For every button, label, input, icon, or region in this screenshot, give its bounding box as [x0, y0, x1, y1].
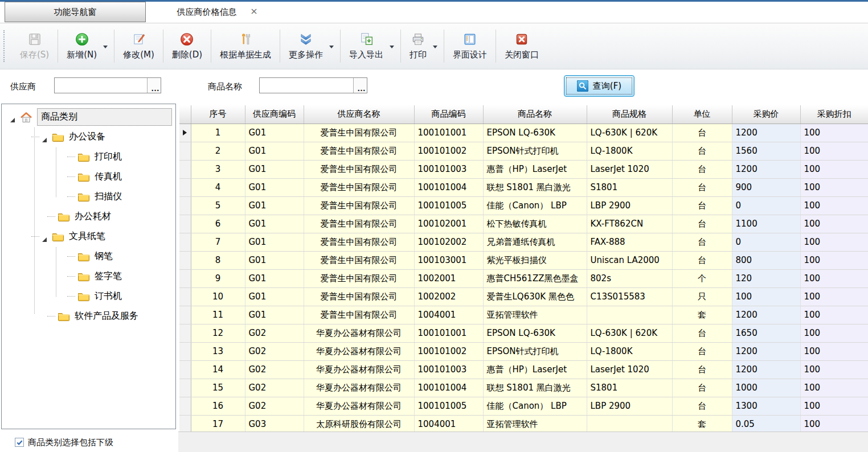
table-cell[interactable]: 100 [800, 196, 868, 215]
table-cell[interactable]: 1200 [732, 160, 800, 178]
table-cell[interactable]: 16 [191, 397, 245, 415]
tab-close-icon[interactable]: × [249, 6, 259, 17]
table-cell[interactable]: KX-FT862CN [587, 215, 672, 233]
table-cell[interactable]: 100 [800, 269, 868, 287]
table-cell[interactable]: 台 [672, 233, 732, 251]
table-cell[interactable]: 爱普生中国有限公司 [304, 160, 414, 178]
table-row[interactable]: 5G01爱普生中国有限公司100101005佳能（Canon） LBPLBP 2… [179, 196, 868, 215]
table-cell[interactable]: 100 [800, 124, 868, 142]
table-cell[interactable]: 1200 [732, 360, 800, 379]
tree-node-item[interactable]: 办公耗材 [2, 207, 175, 227]
table-cell[interactable]: LBP 2900 [587, 397, 672, 415]
table-cell[interactable]: G02 [245, 379, 304, 397]
table-cell[interactable]: 惠普（HP）LaserJet [483, 360, 587, 379]
table-cell[interactable]: G01 [245, 269, 304, 287]
toolbar-button-more-actions[interactable]: 更多操作 [280, 25, 340, 67]
tab-function-nav[interactable]: 功能导航窗 [5, 2, 146, 22]
table-cell[interactable]: 台 [672, 397, 732, 415]
table-cell[interactable]: G01 [245, 233, 304, 251]
expand-arrow-icon[interactable] [10, 114, 15, 120]
table-cell[interactable]: 联想 S1801 黑白激光 [483, 379, 587, 397]
table-cell[interactable]: 1004001 [414, 415, 483, 432]
table-cell[interactable]: 100 [800, 360, 868, 379]
table-cell[interactable]: 1650 [732, 324, 800, 342]
row-selector-cell[interactable] [179, 160, 191, 178]
table-cell[interactable]: 套 [672, 415, 732, 432]
table-row[interactable]: 8G01爱普生中国有限公司100103001紫光平板扫描仪Uniscan LA2… [179, 251, 868, 269]
table-cell[interactable]: 100 [800, 178, 868, 196]
tree-node-item[interactable]: 软件产品及服务 [2, 306, 175, 326]
table-cell[interactable]: G02 [245, 360, 304, 379]
table-cell[interactable]: 100102001 [414, 215, 483, 233]
tree-node-item[interactable]: 文具纸笔 [2, 227, 175, 246]
table-cell[interactable]: 台 [672, 251, 732, 269]
tree-node-item[interactable]: 办公设备 [2, 127, 175, 147]
table-cell[interactable]: 爱普生中国有限公司 [304, 196, 414, 215]
supplier-lookup-button[interactable]: … [147, 78, 161, 93]
table-cell[interactable]: 爱普生中国有限公司 [304, 178, 414, 196]
table-cell[interactable]: 5 [191, 196, 245, 215]
table-cell[interactable]: 亚拓管理软件 [483, 306, 587, 324]
tab-supplier-price[interactable]: 供应商价格信息 × [146, 2, 267, 22]
include-sub-checkbox[interactable] [15, 438, 24, 447]
table-cell[interactable]: 套 [672, 306, 732, 324]
table-cell[interactable]: 13 [191, 342, 245, 360]
dropdown-arrow-icon[interactable] [103, 46, 108, 48]
column-header[interactable]: 商品规格 [587, 105, 672, 124]
table-cell[interactable]: 100101004 [414, 178, 483, 196]
table-cell[interactable]: 100101005 [414, 397, 483, 415]
table-row[interactable]: 4G01爱普生中国有限公司100101004联想 S1801 黑白激光S1801… [179, 178, 868, 196]
table-cell[interactable]: 100 [800, 251, 868, 269]
toolbar-button-generate-from-doc[interactable]: 根据单据生成 [211, 25, 280, 67]
table-cell[interactable]: 100 [800, 415, 868, 432]
tree-node-item[interactable]: 传真机 [2, 167, 175, 187]
column-header[interactable]: 单位 [672, 105, 732, 124]
toolbar-button-edit[interactable]: 修改(M) [114, 25, 163, 67]
table-cell[interactable]: 100 [800, 397, 868, 415]
table-cell[interactable]: 100 [800, 233, 868, 251]
table-cell[interactable]: 11 [191, 306, 245, 324]
table-row[interactable]: 7G01爱普生中国有限公司100102002兄弟普通纸传真机FAX-888台01… [179, 233, 868, 251]
row-selector-cell[interactable] [179, 379, 191, 397]
table-cell[interactable]: 台 [672, 215, 732, 233]
table-cell[interactable]: 佳能（Canon） LBP [483, 397, 587, 415]
table-row[interactable]: 2G01爱普生中国有限公司100101002EPSON针式打印机LQ-1800K… [179, 142, 868, 160]
product-lookup-button[interactable]: … [353, 78, 367, 93]
table-cell[interactable]: S1801 [587, 379, 672, 397]
table-cell[interactable]: 1002001 [414, 269, 483, 287]
table-cell[interactable]: G01 [245, 215, 304, 233]
row-selector-cell[interactable] [179, 178, 191, 196]
row-selector-cell[interactable] [179, 142, 191, 160]
table-cell[interactable]: 华夏办公器材有限公司 [304, 379, 414, 397]
table-cell[interactable]: 爱普生LQ630K 黑色色 [483, 287, 587, 306]
table-cell[interactable]: LaserJet 1020 [587, 160, 672, 178]
table-cell[interactable]: 亚拓管理软件 [483, 415, 587, 432]
table-cell[interactable]: 17 [191, 415, 245, 432]
table-cell[interactable]: 爱普生中国有限公司 [304, 287, 414, 306]
table-cell[interactable]: G01 [245, 160, 304, 178]
table-cell[interactable]: 1200 [732, 306, 800, 324]
table-cell[interactable]: 6 [191, 215, 245, 233]
table-cell[interactable]: 爱普生中国有限公司 [304, 306, 414, 324]
toolbar-button-delete[interactable]: 删除(D) [163, 25, 211, 67]
table-cell[interactable]: 0 [732, 233, 800, 251]
table-cell[interactable]: EPSON LQ-630K [483, 324, 587, 342]
table-cell[interactable]: 台 [672, 124, 732, 142]
toolbar-grip-handle[interactable] [3, 30, 9, 62]
table-row[interactable]: 1G01爱普生中国有限公司100101001EPSON LQ-630KLQ-63… [179, 124, 868, 142]
toolbar-button-print[interactable]: 打印 [401, 25, 444, 67]
table-cell[interactable]: 爱普生中国有限公司 [304, 269, 414, 287]
row-selector-cell[interactable] [179, 233, 191, 251]
table-cell[interactable]: 2 [191, 142, 245, 160]
table-cell[interactable]: 7 [191, 233, 245, 251]
table-row[interactable]: 3G01爱普生中国有限公司100101003惠普（HP）LaserJetLase… [179, 160, 868, 178]
table-cell[interactable]: 900 [732, 178, 800, 196]
table-row[interactable]: 13G02华夏办公器材有限公司100101002EPSON针式打印机LQ-180… [179, 342, 868, 360]
table-cell[interactable]: 台 [672, 178, 732, 196]
table-cell[interactable]: EPSON针式打印机 [483, 342, 587, 360]
table-cell[interactable]: 惠普CH561ZZ黑色墨盒 [483, 269, 587, 287]
table-cell[interactable] [587, 415, 672, 432]
table-cell[interactable]: 1 [191, 124, 245, 142]
table-cell[interactable]: G02 [245, 397, 304, 415]
table-cell[interactable]: G01 [245, 178, 304, 196]
